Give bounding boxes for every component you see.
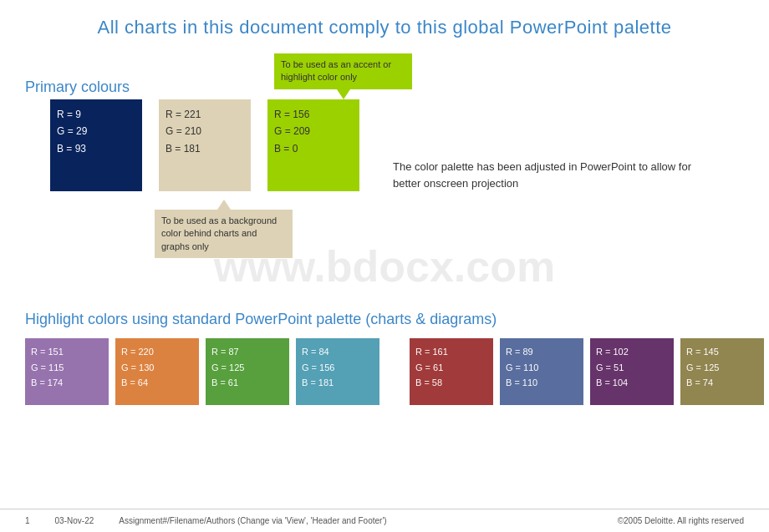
highlight-color-8: R = 145 G = 125 B = 74 <box>680 338 764 405</box>
highlight-gap <box>386 338 403 405</box>
beige-arrow-up <box>217 200 231 210</box>
palette-description: The color palette has been adjusted in P… <box>393 159 694 191</box>
beige-annotation-box: To be used as a background color behind … <box>155 210 293 258</box>
highlight-color-7: R = 102 G = 51 B = 104 <box>590 338 674 405</box>
highlight-color-1: R = 151 G = 115 B = 174 <box>25 338 109 405</box>
highlight-color-2: R = 220 G = 130 B = 64 <box>115 338 199 405</box>
highlight-title: Highlight colors using standard PowerPoi… <box>25 311 744 328</box>
accent-arrow-down <box>337 89 350 99</box>
highlight-color-5: R = 161 G = 61 B = 58 <box>410 338 493 405</box>
accent-annotation-box: To be used as an accent or highlight col… <box>274 53 412 89</box>
highlight-color-3: R = 87 G = 125 B = 61 <box>206 338 289 405</box>
primary-color-beige: R = 221 G = 210 B = 181 <box>159 99 251 191</box>
primary-color-green: R = 156 G = 209 B = 0 <box>267 99 359 191</box>
page-title: All charts in this document comply to th… <box>25 17 744 38</box>
highlight-color-4: R = 84 G = 156 B = 181 <box>296 338 379 405</box>
highlight-color-6: R = 89 G = 110 B = 110 <box>500 338 583 405</box>
highlight-colors-row: R = 151 G = 115 B = 174 R = 220 G = 130 … <box>25 338 744 405</box>
primary-color-dark-blue: R = 9 G = 29 B = 93 <box>50 99 142 191</box>
